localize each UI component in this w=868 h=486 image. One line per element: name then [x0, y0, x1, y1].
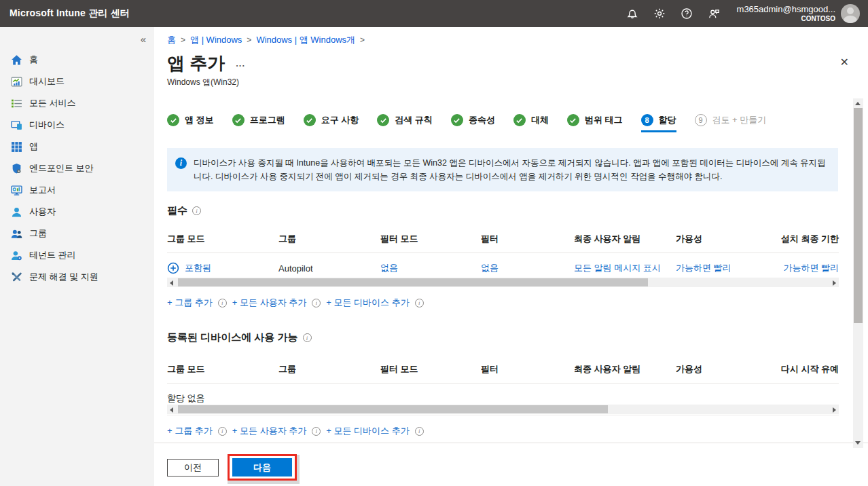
group-mode-cell[interactable]: 포함됨	[167, 262, 278, 274]
page-title: 앱 추가	[167, 52, 225, 75]
sidebar-item-users[interactable]: 사용자	[0, 201, 154, 223]
troubleshoot-tools-icon	[11, 272, 22, 283]
filter-mode-cell[interactable]: 없음	[380, 262, 481, 274]
sidebar-item-reports[interactable]: 보고서	[0, 179, 154, 201]
sidebar-item-all-services[interactable]: 모든 서비스	[0, 92, 154, 114]
section-title: 필수	[167, 204, 187, 217]
vscroll-thumb[interactable]	[854, 108, 863, 323]
sidebar-item-label: 사용자	[29, 206, 56, 218]
sidebar-item-label: 모든 서비스	[29, 97, 76, 109]
more-options-icon[interactable]: ...	[236, 58, 245, 69]
required-table-header: 그룹 모드 그룹 필터 모드 필터 최종 사용자 알림 가용성 설치 최종 기한	[167, 229, 839, 253]
scroll-left-icon[interactable]	[170, 407, 173, 413]
add-all-users-link[interactable]: + 모든 사용자 추가	[232, 425, 306, 437]
group-cell: Autopilot	[278, 263, 380, 274]
step-app-information[interactable]: 앱 정보	[167, 114, 214, 132]
sidebar-item-groups[interactable]: 그룹	[0, 223, 154, 244]
next-button[interactable]: 다음	[232, 458, 292, 476]
info-icon[interactable]: i	[218, 299, 227, 307]
step-label: 검토 + 만들기	[712, 114, 767, 126]
info-icon[interactable]: i	[312, 427, 321, 436]
step-supersedence[interactable]: 대체	[513, 114, 549, 132]
all-services-icon	[11, 98, 22, 109]
hscroll-thumb[interactable]	[178, 405, 608, 413]
sidebar-collapse-icon[interactable]: «	[141, 33, 146, 45]
col-availability: 가용성	[676, 233, 764, 245]
scroll-left-icon[interactable]	[170, 280, 173, 286]
add-all-devices-link[interactable]: + 모든 디바이스 추가	[326, 297, 409, 309]
add-all-devices-link[interactable]: + 모든 디바이스 추가	[326, 425, 409, 437]
scroll-up-icon[interactable]	[855, 102, 861, 105]
breadcrumb-windows-apps[interactable]: Windows | 앱 Windows개	[256, 34, 355, 46]
avatar[interactable]	[841, 4, 860, 23]
settings-gear-icon[interactable]	[646, 0, 673, 27]
sidebar-item-label: 홈	[29, 54, 38, 66]
scroll-right-icon[interactable]	[833, 407, 836, 413]
available-table-hscrollbar[interactable]	[167, 405, 839, 414]
availability-cell[interactable]: 가능하면 빨리	[676, 262, 764, 274]
scroll-right-icon[interactable]	[833, 280, 836, 286]
hscroll-thumb[interactable]	[178, 278, 648, 286]
sidebar-item-endpoint-security[interactable]: 엔드포인트 보안	[0, 157, 154, 179]
info-icon[interactable]: i	[218, 427, 227, 436]
required-table-hscrollbar[interactable]	[167, 278, 839, 287]
step-done-check-icon	[513, 114, 526, 126]
info-icon: i	[175, 157, 187, 169]
plus-circle-icon	[167, 262, 179, 274]
account-info[interactable]: m365admin@hsmgood... CONTOSO	[737, 4, 835, 23]
breadcrumb-home[interactable]: 홈	[167, 34, 176, 46]
step-program[interactable]: 프로그램	[232, 114, 285, 132]
step-dependencies[interactable]: 종속성	[451, 114, 495, 132]
info-icon[interactable]: i	[192, 206, 201, 215]
step-number-badge: 8	[641, 114, 653, 126]
end-user-notification-cell[interactable]: 모든 알림 메시지 표시	[574, 262, 676, 274]
annotation-highlight-box: 다음	[228, 454, 297, 481]
filter-cell[interactable]: 없음	[481, 262, 574, 274]
info-icon[interactable]: i	[303, 333, 312, 342]
add-group-link[interactable]: + 그룹 추가	[167, 297, 213, 309]
add-group-link[interactable]: + 그룹 추가	[167, 425, 213, 437]
notifications-icon[interactable]	[619, 0, 646, 27]
step-assignments[interactable]: 8 할당	[641, 114, 676, 132]
sidebar-item-label: 문제 해결 및 지원	[29, 271, 98, 283]
col-install-deadline: 설치 최종 기한	[764, 233, 839, 245]
close-icon[interactable]: ✕	[840, 57, 849, 68]
step-label: 검색 규칙	[395, 114, 433, 126]
sidebar-item-devices[interactable]: 디바이스	[0, 114, 154, 136]
sidebar-item-label: 그룹	[29, 227, 47, 240]
info-icon[interactable]: i	[415, 427, 424, 436]
scroll-down-icon[interactable]	[855, 441, 861, 445]
devices-icon	[11, 119, 22, 131]
sidebar-item-tenant-admin[interactable]: 테넌트 관리	[0, 244, 154, 266]
previous-button[interactable]: 이전	[167, 459, 219, 476]
info-icon[interactable]: i	[415, 299, 424, 307]
sidebar-item-dashboard[interactable]: 대시보드	[0, 71, 154, 92]
apps-icon	[11, 141, 22, 153]
install-deadline-cell[interactable]: 가능하면 빨리	[764, 262, 839, 274]
dashboard-icon	[11, 76, 22, 88]
step-label: 대체	[531, 114, 549, 126]
breadcrumb-separator: >	[360, 35, 365, 45]
info-icon[interactable]: i	[312, 299, 321, 307]
vertical-scrollbar[interactable]	[853, 98, 863, 448]
sidebar-item-troubleshooting[interactable]: 문제 해결 및 지원	[0, 266, 154, 288]
step-detection-rules[interactable]: 검색 규칙	[377, 114, 433, 132]
step-requirements[interactable]: 요구 사항	[304, 114, 359, 132]
sidebar-item-label: 대시보드	[29, 75, 65, 88]
user-icon	[11, 206, 22, 218]
breadcrumb-separator: >	[247, 35, 251, 45]
sidebar-item-home[interactable]: 홈	[0, 49, 154, 71]
reports-icon	[11, 185, 22, 196]
step-scope-tags[interactable]: 범위 태그	[567, 114, 623, 132]
add-all-users-link[interactable]: + 모든 사용자 추가	[232, 297, 306, 309]
breadcrumb-apps-windows[interactable]: 앱 | Windows	[190, 34, 242, 46]
feedback-icon[interactable]	[700, 0, 727, 27]
help-icon[interactable]	[673, 0, 700, 27]
step-review-create[interactable]: 9 검토 + 만들기	[695, 114, 767, 132]
col-availability: 가용성	[676, 363, 764, 375]
section-title: 등록된 디바이스에 사용 가능	[167, 331, 298, 344]
step-done-check-icon	[377, 114, 389, 126]
sidebar-item-apps[interactable]: 앱	[0, 136, 154, 157]
breadcrumb-separator: >	[181, 35, 185, 45]
app-title[interactable]: Microsoft Intune 관리 센터	[10, 7, 130, 20]
